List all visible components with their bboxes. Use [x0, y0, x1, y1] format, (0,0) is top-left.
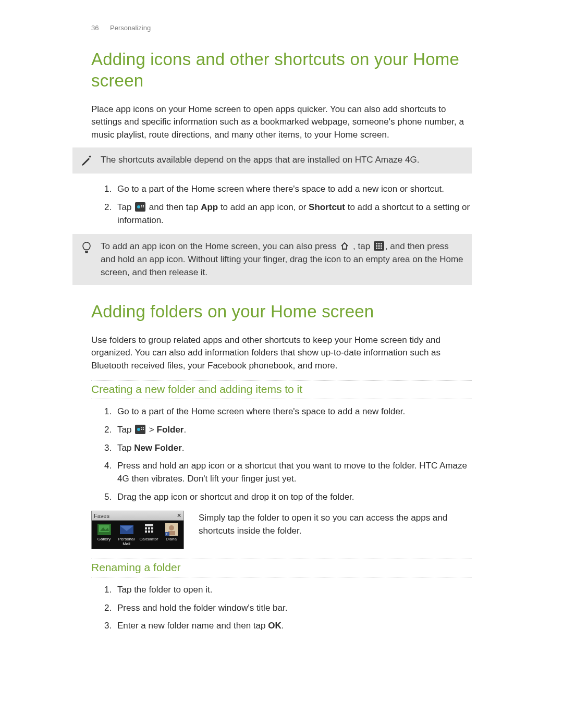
section1-intro: Place app icons on your Home screen to o… — [91, 103, 472, 142]
svg-rect-32 — [148, 527, 150, 529]
sub1-steps: Go to a part of the Home screen where th… — [91, 405, 472, 503]
svg-rect-6 — [85, 251, 88, 252]
home-icon — [340, 241, 349, 251]
section1-title: Adding icons and other shortcuts on your… — [91, 48, 472, 92]
sub2-title: Renaming a folder — [91, 559, 472, 577]
sub2-steps: Tap the folder to open it. Press and hol… — [91, 584, 472, 633]
note-box-shortcuts: The shortcuts available depend on the ap… — [72, 147, 472, 174]
svg-rect-36 — [151, 530, 153, 533]
mail-icon — [119, 523, 134, 536]
svg-rect-12 — [376, 245, 377, 247]
svg-rect-10 — [378, 243, 380, 244]
step: Enter a new folder name and then tap OK. — [114, 620, 472, 633]
folder-illustration-row: Faves ✕ Gallery Personal Mail Calculator — [91, 511, 472, 549]
folder-item: Calculator — [139, 523, 160, 547]
gallery-icon — [97, 523, 112, 536]
svg-rect-35 — [148, 530, 150, 533]
step: Tap New Folder. — [114, 442, 472, 455]
document-page: 36 Personalizing Adding icons and other … — [0, 0, 563, 728]
step: Go to a part of the Home screen where th… — [114, 183, 472, 196]
svg-rect-14 — [381, 245, 382, 247]
section1-steps: Go to a part of the Home screen where th… — [91, 183, 472, 227]
svg-point-38 — [169, 525, 174, 530]
section2-title: Adding folders on your Home screen — [91, 301, 472, 322]
calculator-icon — [142, 523, 156, 536]
close-icon: ✕ — [177, 512, 181, 519]
svg-rect-7 — [85, 252, 88, 253]
running-header: 36 Personalizing — [91, 24, 472, 32]
svg-rect-2 — [141, 205, 142, 206]
page-number: 36 — [91, 24, 99, 32]
folder-popup-titlebar: Faves ✕ — [92, 511, 183, 521]
svg-rect-33 — [151, 527, 153, 529]
svg-rect-31 — [145, 527, 147, 529]
step: Press and hold the folder window's title… — [114, 602, 472, 615]
svg-rect-34 — [145, 530, 147, 533]
svg-rect-15 — [376, 248, 377, 249]
section2-intro: Use folders to group related apps and ot… — [91, 334, 472, 373]
svg-rect-16 — [378, 248, 380, 249]
step: Go to a part of the Home screen where th… — [114, 405, 472, 418]
apps-grid-icon — [374, 241, 384, 251]
tip-box: To add an app icon on the Home screen, y… — [72, 234, 472, 285]
note-text: The shortcuts available depend on the ap… — [101, 154, 419, 167]
step: Drag the app icon or shortcut and drop i… — [114, 491, 472, 504]
svg-rect-5 — [143, 206, 144, 207]
svg-rect-4 — [141, 206, 142, 207]
svg-rect-17 — [381, 248, 382, 249]
svg-rect-13 — [378, 245, 380, 247]
step: Press and hold an app icon or a shortcut… — [114, 460, 472, 485]
section-name: Personalizing — [110, 24, 151, 32]
svg-rect-9 — [376, 243, 377, 244]
sub1-title: Creating a new folder and adding items t… — [91, 380, 472, 399]
personalize-icon — [135, 425, 145, 434]
step: Tap the folder to open it. — [114, 584, 472, 597]
svg-point-1 — [137, 205, 140, 208]
pen-icon — [80, 154, 93, 167]
svg-rect-11 — [381, 243, 382, 244]
svg-rect-22 — [141, 429, 142, 430]
svg-rect-20 — [141, 427, 142, 428]
personalize-icon — [135, 202, 145, 212]
tip-text: To add an app icon on the Home screen, y… — [101, 240, 463, 279]
folder-item: Gallery — [94, 523, 115, 547]
page-content: 36 Personalizing Adding icons and other … — [91, 0, 472, 633]
folder-popup-illustration: Faves ✕ Gallery Personal Mail Calculator — [91, 511, 184, 549]
folder-popup-title: Faves — [94, 513, 109, 519]
svg-rect-21 — [143, 427, 144, 428]
svg-point-19 — [137, 428, 140, 431]
step: Tap and then tap App to add an app icon,… — [114, 201, 472, 227]
svg-rect-3 — [143, 205, 144, 206]
svg-rect-30 — [145, 524, 153, 526]
contact-photo-icon: f — [164, 523, 179, 536]
lightbulb-icon — [80, 240, 93, 255]
folder-item: Personal Mail — [116, 523, 137, 547]
step: Tap > Folder. — [114, 424, 472, 437]
folder-popup-grid: Gallery Personal Mail Calculator f Diana — [92, 521, 183, 549]
folder-caption: Simply tap the folder to open it so you … — [199, 512, 472, 537]
svg-rect-23 — [143, 429, 144, 430]
folder-item: f Diana — [161, 523, 182, 547]
